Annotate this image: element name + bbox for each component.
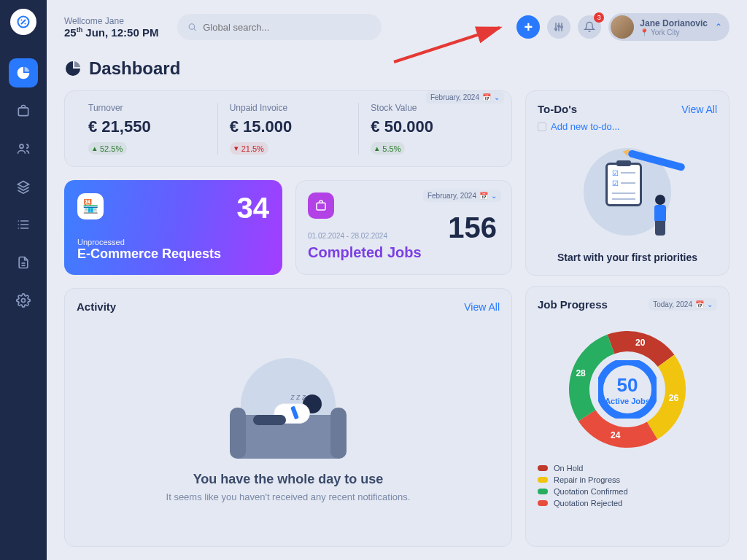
ecom-count: 34: [237, 193, 270, 222]
svg-point-7: [561, 26, 563, 28]
page-title: Dashboard: [64, 58, 729, 79]
notif-badge: 3: [594, 12, 604, 23]
job-progress-card: Job Progress Today, 2024 📅 ⌄ 50 Active J…: [525, 286, 729, 547]
legend-item: Quotation Confirmed: [538, 487, 717, 496]
nav-customers[interactable]: [9, 134, 38, 163]
nav-settings[interactable]: [9, 286, 38, 315]
stock-delta: ▴ 5.5%: [371, 142, 405, 155]
jobs-date-filter[interactable]: February, 2024 📅 ⌄: [423, 190, 501, 202]
activity-title: Activity: [77, 300, 116, 313]
user-name: Jane Dorianovic: [640, 18, 708, 28]
bell-icon: [584, 21, 595, 33]
global-search[interactable]: [177, 14, 382, 40]
unpaid-delta: ▾ 21.5%: [230, 142, 268, 155]
todos-card: To-Do's View All Add new to-do... ☑ ☑: [525, 90, 729, 276]
activity-card: Activity View All z z z You have the who…: [64, 288, 512, 547]
welcome-name: Jane: [105, 16, 124, 26]
search-input[interactable]: [203, 22, 371, 33]
activity-view-all[interactable]: View All: [464, 301, 500, 313]
sidebar: [0, 0, 47, 560]
legend-item: On Hold: [538, 464, 717, 472]
activity-illustration: z z z: [226, 351, 350, 467]
svg-point-2: [20, 144, 23, 148]
svg-point-5: [555, 28, 557, 30]
progress-legend: On HoldRepair in ProgressQuotation Confi…: [538, 464, 717, 510]
turnover-delta: ▴ 52.5%: [88, 142, 127, 155]
checkbox-icon: [538, 122, 546, 131]
svg-point-6: [558, 25, 560, 27]
legend-item: Repair in Progress: [538, 475, 717, 484]
svg-point-4: [190, 24, 195, 29]
activity-empty-sub: It seems like you haven't received any r…: [166, 491, 411, 502]
dashboard-icon: [64, 60, 82, 77]
todos-title: To-Do's: [538, 103, 577, 115]
nav-documents[interactable]: [9, 248, 38, 277]
chevron-up-icon: ⌃: [715, 22, 722, 32]
nav-list[interactable]: [9, 210, 38, 239]
sliders-icon: [553, 21, 565, 33]
stats-card: February, 2024 📅 ⌄ Turnover € 21,550 ▴ 5…: [64, 90, 512, 167]
activity-empty-title: You have the whole day to use: [193, 472, 384, 487]
progress-title: Job Progress: [538, 298, 608, 311]
svg-point-9: [600, 362, 655, 417]
todos-view-all[interactable]: View All: [681, 104, 717, 115]
stat-unpaid: Unpaid Invoice € 15.000 ▾ 21.5%: [218, 103, 360, 155]
add-todo[interactable]: Add new to-do...: [538, 121, 620, 132]
logo: [10, 9, 36, 35]
topbar: Wellcome Jane 25th Jun, 12:50 PM + 3 Jan…: [64, 13, 729, 41]
svg-rect-1: [18, 108, 28, 116]
ecommerce-card[interactable]: 🏪 34 Unprocessed E-Commerce Requests: [64, 180, 282, 275]
jobs-count: 156: [448, 211, 497, 244]
legend-item: Quotation Rejected: [538, 499, 717, 508]
notifications-button[interactable]: 3: [578, 15, 601, 39]
stat-turnover: Turnover € 21,550 ▴ 52.5%: [77, 103, 218, 155]
store-icon: 🏪: [77, 193, 104, 219]
filters-button[interactable]: [547, 15, 570, 39]
current-datetime: 25th Jun, 12:50 PM: [64, 26, 158, 39]
progress-date-filter[interactable]: Today, 2024 📅 ⌄: [649, 298, 717, 311]
completed-jobs-card[interactable]: February, 2024 📅 ⌄ 156 01.02.2024 - 28.0…: [295, 180, 512, 275]
nav-inventory[interactable]: [9, 172, 38, 201]
stat-stock: Stock Value € 50.000 ▴ 5.5%: [359, 103, 500, 155]
todos-illustration: ☑ ☑: [576, 141, 678, 243]
user-location: 📍 York City: [640, 28, 708, 36]
welcome-prefix: Wellcome: [64, 16, 105, 26]
stats-date-filter[interactable]: February, 2024 📅 ⌄: [426, 91, 504, 104]
job-progress-donut: 50 Active Jobs 20262428: [562, 324, 693, 455]
todos-empty-title: Start with your first priorities: [557, 252, 697, 263]
svg-point-3: [22, 299, 26, 303]
welcome-block: Wellcome Jane 25th Jun, 12:50 PM: [64, 16, 158, 39]
search-icon: [187, 22, 197, 32]
briefcase-icon: [308, 192, 334, 219]
add-button[interactable]: +: [516, 15, 540, 39]
svg-rect-8: [317, 203, 325, 210]
user-menu[interactable]: Jane Dorianovic 📍 York City ⌃: [608, 13, 729, 41]
nav-jobs[interactable]: [9, 96, 38, 125]
nav-dashboard[interactable]: [9, 58, 38, 88]
main-content: Wellcome Jane 25th Jun, 12:50 PM + 3 Jan…: [47, 0, 747, 560]
avatar: [611, 15, 634, 39]
